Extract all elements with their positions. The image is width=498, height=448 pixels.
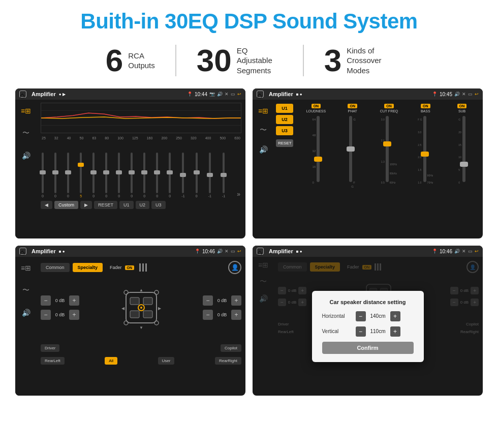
all-btn-3[interactable]: All [105, 357, 117, 365]
u2-btn-amp[interactable]: U2 [276, 115, 293, 124]
rearleft-btn-3[interactable]: RearLeft [41, 357, 65, 365]
eq-slider-6[interactable]: 0 [118, 153, 120, 198]
bass-on[interactable]: ON [421, 104, 430, 108]
vol3-plus[interactable]: + [231, 295, 241, 306]
horizontal-plus[interactable]: + [390, 311, 400, 321]
eq-slider-7[interactable]: 0 [131, 153, 133, 198]
u3-btn-eq[interactable]: U3 [151, 201, 166, 209]
eq-icon-btn[interactable]: ≡⊞ [19, 104, 33, 118]
eq-slider-4[interactable]: 0 [92, 153, 95, 198]
expand-icon[interactable]: » [237, 191, 240, 198]
fader-label: Fader [110, 265, 122, 270]
cutfreq-on[interactable]: ON [384, 104, 394, 108]
vol3-minus[interactable]: − [203, 295, 213, 306]
horizontal-minus[interactable]: − [356, 311, 366, 321]
u2-btn-eq[interactable]: U2 [136, 201, 150, 209]
eq-slider-11[interactable]: -1 [181, 153, 184, 198]
vertical-label: Vertical [322, 328, 353, 334]
horizontal-label: Horizontal [322, 313, 353, 319]
screen-crossover: ⌂ Amplifier ■ ● 📍 10:45 🔊 ✕ ▭ ↩ ≡⊞ 〜 🔊 [253, 88, 483, 238]
reset-btn-eq[interactable]: RESET [94, 201, 117, 209]
vertical-minus[interactable]: − [356, 326, 366, 337]
eq-slider-2[interactable]: 0 [67, 153, 69, 198]
loudness-on[interactable]: ON [312, 104, 321, 108]
eq-slider-1[interactable]: 0 [54, 153, 56, 198]
stat-number-eq: 30 [197, 45, 232, 76]
driver-btn-3[interactable]: Driver [41, 344, 59, 352]
copilot-btn-3[interactable]: Copilot [221, 344, 241, 352]
volume-group-right: − 0 dB + − 0 dB + [203, 295, 241, 320]
speaker-icon-btn[interactable]: 🔊 [19, 148, 33, 163]
eq-slider-10[interactable]: 0 [169, 153, 171, 198]
common-tab[interactable]: Common [41, 263, 70, 272]
user-btn-3[interactable]: User [158, 357, 175, 365]
eq-slider-13[interactable]: -1 [208, 153, 211, 198]
left-panel-1: ≡⊞ 〜 🔊 [15, 100, 37, 238]
prev-btn[interactable]: ◀ [41, 201, 52, 209]
eq-slider-9[interactable]: 0 [156, 153, 158, 198]
specialty-tab[interactable]: Specialty [73, 263, 103, 272]
confirm-button[interactable]: Confirm [322, 342, 414, 354]
screen-dialog: ⌂ Amplifier ■ ● 📍 10:46 🔊 ✕ ▭ ↩ ≡⊞ 〜 🔊 [253, 246, 483, 396]
wave-icon-btn-2[interactable]: 〜 [256, 123, 270, 137]
back-icon-3[interactable]: ↩ [237, 249, 241, 254]
back-icon-4[interactable]: ↩ [475, 249, 479, 254]
sub-scale: G20151050 [458, 118, 461, 184]
speaker-icon-btn-2[interactable]: 🔊 [256, 142, 270, 157]
vertical-val-group: − 110cm + [356, 326, 400, 337]
sub-on[interactable]: ON [457, 104, 467, 108]
stat-number-crossover: 3 [324, 45, 341, 76]
statusbar-1: ⌂ Amplifier ● ▶ 📍 10:44 📷 🔊 ✕ ▭ ↩ [15, 88, 245, 100]
u1-btn-eq[interactable]: U1 [119, 201, 134, 209]
eq-slider-3[interactable]: 5 [80, 153, 82, 198]
wave-icon-btn-3[interactable]: 〜 [19, 283, 33, 297]
vol4-minus[interactable]: − [203, 310, 213, 320]
eq-slider-5[interactable]: 0 [105, 153, 107, 198]
vol1-minus[interactable]: − [41, 295, 51, 306]
home-icon-3[interactable]: ⌂ [19, 248, 26, 255]
bass-label: BASS [421, 109, 430, 113]
bottom-labels-3: Driver Copilot [41, 344, 241, 352]
vol2-minus[interactable]: − [41, 310, 51, 320]
u3-btn-amp[interactable]: U3 [276, 126, 293, 135]
home-icon-1[interactable]: ⌂ [19, 91, 26, 98]
app-title-2: Amplifier [269, 91, 293, 97]
phat-on[interactable]: ON [348, 104, 357, 108]
eq-icon-btn-3[interactable]: ≡⊞ [19, 261, 33, 275]
dialog-box: Car speaker distance setting Horizontal … [312, 291, 424, 362]
sub-slider[interactable] [462, 116, 465, 182]
phat-slider[interactable] [349, 116, 352, 182]
rearright-btn-3[interactable]: RearRight [215, 357, 241, 365]
eq-icon-btn-2[interactable]: ≡⊞ [256, 104, 270, 118]
home-icon-2[interactable]: ⌂ [257, 91, 264, 98]
bass-slider[interactable] [423, 116, 426, 182]
bass-scale: F G3.02.52.01.51.0 [418, 118, 422, 184]
back-icon-2[interactable]: ↩ [475, 92, 479, 97]
custom-btn[interactable]: Custom [54, 201, 78, 209]
wave-icon-btn[interactable]: 〜 [19, 126, 33, 140]
vertical-plus[interactable]: + [390, 326, 400, 337]
fader-on-toggle[interactable]: ON [125, 265, 135, 270]
reset-btn-amp[interactable]: RESET [276, 139, 293, 147]
eq-slider-14[interactable]: -1 [222, 153, 225, 198]
vol-icon-1: 🔊 [217, 92, 223, 97]
page-title: Buith-in 30EQ DSP Sound System [15, 9, 483, 34]
vol4-plus[interactable]: + [231, 310, 241, 320]
user-icon[interactable]: 👤 [228, 261, 241, 274]
cutfreq-slider[interactable] [386, 116, 389, 182]
speaker-icon-btn-3[interactable]: 🔊 [19, 306, 33, 320]
location-icon-1: 📍 [187, 92, 193, 97]
play-btn[interactable]: ▶ [80, 201, 92, 209]
home-icon-4[interactable]: ⌂ [257, 248, 264, 255]
stats-row: 6 RCAOutputs 30 EQ AdjustableSegments 3 … [15, 45, 483, 76]
vol1-plus[interactable]: + [69, 295, 79, 306]
location-icon-4: 📍 [432, 249, 438, 254]
vol2-plus[interactable]: + [69, 310, 79, 320]
eq-slider-12[interactable]: 0 [196, 153, 198, 198]
eq-slider-0[interactable]: 0 [42, 153, 44, 198]
eq-slider-8[interactable]: 0 [143, 153, 145, 198]
stat-eq: 30 EQ AdjustableSegments [175, 45, 303, 76]
loudness-slider[interactable] [317, 116, 320, 182]
back-icon-1[interactable]: ↩ [237, 92, 241, 97]
u1-btn-amp[interactable]: U1 [276, 104, 293, 113]
